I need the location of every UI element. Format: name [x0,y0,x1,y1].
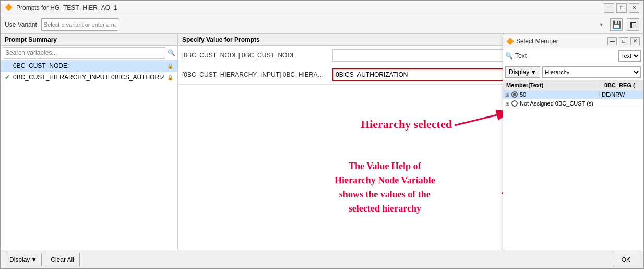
display-label: Display [9,256,30,263]
prompt-label: [0BC_CUST_NODE] 0BC_CUST_NODE [182,52,328,59]
variant-dropdown-wrapper [41,18,606,31]
radio-filled [513,93,516,96]
variable-list: 0BC_CUST_NODE: 🔒 ✔ 0BC_CUST_HIERARCHY_IN… [1,60,177,250]
variant-input[interactable] [41,18,118,31]
clear-all-button[interactable]: Clear All [45,253,80,266]
save-variant-button[interactable]: 💾 [610,18,623,31]
sm-search-row: 🔍 Text Text [503,48,643,64]
prompt-summary-header: Prompt Summary [1,34,177,46]
minimize-button[interactable]: — [604,3,614,13]
sm-col-header-member: Member(Text) [503,80,601,90]
sm-display-arrow: ▼ [530,68,536,76]
sm-table-header: Member(Text) 0BC_REG ( [503,80,643,90]
sm-search-dropdown[interactable]: Text [618,50,641,62]
right-panel: Specify Value for Prompts [0BC_CUST_NODE… [178,34,643,250]
sm-display-label: Display [509,68,529,76]
sm-maximize-button[interactable]: □ [619,37,628,45]
radio-button[interactable] [511,100,518,107]
sm-search-icon: 🔍 [505,52,513,60]
check-icon: ✔ [5,74,11,81]
sm-title: Select Member [516,38,605,45]
variable-label: 0BC_CUST_NODE: [13,62,69,69]
toolbar: Use Variant 💾 ▦ [1,15,643,34]
maximize-button[interactable]: □ [616,3,627,13]
sm-close-button[interactable]: ✕ [630,37,640,45]
main-area: Prompt Summary 🔍 0BC_CUST_NODE: 🔒 ✔ 0BC_… [1,34,643,250]
layout-button[interactable]: ▦ [627,18,639,31]
sm-title-bar: 🔶 Select Member — □ ✕ [503,34,643,48]
sm-row[interactable]: ⊞ 50 DE/NRW [503,90,643,99]
sm-row-text: 50 [520,91,599,98]
sm-row-text: Not Assigned 0BC_CUST (s) [520,100,599,107]
window-icon: 🔶 [5,4,13,12]
sm-radio[interactable] [511,100,518,107]
prompt-label: [0BC_CUST_HIERARCHY_INPUT] 0BC_HIERARC..… [182,71,328,78]
value-help-description: The Value Help of Hierarchy Node Variabl… [335,159,435,216]
expand-icon[interactable]: ⊞ [505,101,511,107]
hierarchy-selected-label: Hierarchy selected [361,118,452,131]
sm-display-button[interactable]: Display ▼ [505,66,540,78]
ok-button[interactable]: OK [613,253,639,266]
search-input[interactable] [3,47,165,59]
sm-hierarchy-dropdown[interactable]: Hierarchy [542,66,641,78]
variant-label: Use Variant [5,21,37,28]
search-icon[interactable]: 🔍 [168,49,175,56]
window-title: Prompts for HG_TEST_HIER_AO_1 [16,4,604,11]
sm-col-header-value: 0BC_REG ( [601,80,643,90]
sm-row-value: DE/NRW [599,91,641,98]
title-bar: 🔶 Prompts for HG_TEST_HIER_AO_1 — □ ✕ [1,1,643,15]
sm-minimize-button[interactable]: — [607,37,617,45]
radio-button[interactable] [511,91,518,98]
display-arrow: ▼ [31,256,37,263]
search-box: 🔍 [1,46,177,60]
bottom-bar: Display ▼ Clear All OK [1,250,643,268]
variable-label: 0BC_CUST_HIERARCHY_INPUT: 0BICS_AUTHORIZ [13,74,165,81]
display-button[interactable]: Display ▼ [5,253,42,266]
select-member-panel: 🔶 Select Member — □ ✕ 🔍 Text Text [503,34,643,250]
sm-table-body: ⊞ 50 DE/NRW ⊞ Not Assigned 0BC_CUST ( [503,90,643,250]
sm-icon: 🔶 [506,38,514,45]
sm-search-text: Text [515,52,616,60]
pin-icon: 🔒 [167,75,173,80]
sm-controls-row: Display ▼ Hierarchy [503,64,643,80]
sm-radio[interactable] [511,91,518,98]
pin-icon: 🔒 [167,63,173,69]
left-panel: Prompt Summary 🔍 0BC_CUST_NODE: 🔒 ✔ 0BC_… [1,34,178,250]
expand-icon[interactable]: ⊞ [505,92,511,98]
title-bar-controls: — □ ✕ [604,3,639,13]
sm-row[interactable]: ⊞ Not Assigned 0BC_CUST (s) [503,99,643,108]
list-item[interactable]: 0BC_CUST_NODE: 🔒 [1,60,177,72]
main-window: 🔶 Prompts for HG_TEST_HIER_AO_1 — □ ✕ Us… [0,0,644,269]
list-item[interactable]: ✔ 0BC_CUST_HIERARCHY_INPUT: 0BICS_AUTHOR… [1,72,177,83]
close-button[interactable]: ✕ [629,3,639,13]
